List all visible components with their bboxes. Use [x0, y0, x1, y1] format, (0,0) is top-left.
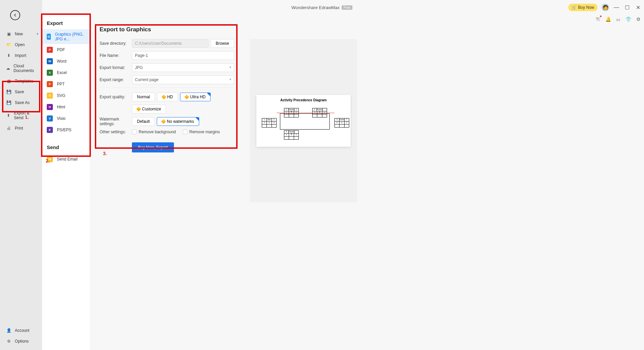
maximize-button[interactable]: ☐	[624, 4, 631, 11]
cart-icon: 🛒	[572, 5, 577, 10]
sidebar-item-new[interactable]: ▣ New +	[0, 29, 42, 39]
ppt-icon: P	[47, 81, 53, 87]
save-icon: 💾	[6, 89, 11, 95]
cloud-icon: ☁	[6, 66, 10, 71]
export-item-ps[interactable]: E PS/EPS	[42, 124, 90, 136]
shirt-icon[interactable]: 👕	[625, 16, 631, 22]
sidebar-item-save-as[interactable]: 💾 Save As	[0, 97, 42, 108]
buy-now-button[interactable]: 🛒 Buy Now	[568, 4, 598, 11]
minimize-button[interactable]: —	[613, 4, 620, 11]
titlebar: Wondershare EdrawMax Free 🛒 Buy Now 🧑 — …	[0, 0, 644, 15]
save-as-icon: 💾	[6, 100, 11, 105]
quality-custom[interactable]: Customize	[132, 105, 166, 113]
label-other: Other settings:	[100, 130, 132, 134]
export-item-visio[interactable]: V Visio	[42, 113, 90, 124]
user-icon: 👤	[6, 328, 11, 333]
sidebar-item-export-send[interactable]: ⬆ Export & Send	[0, 108, 42, 123]
range-select[interactable]: Current page	[132, 75, 234, 84]
apps-icon[interactable]: ⚏	[615, 16, 621, 22]
export-title: Export	[42, 18, 90, 29]
app-title: Wondershare EdrawMax	[291, 5, 339, 10]
quality-ultra[interactable]: Ultra HD	[180, 93, 211, 101]
close-button[interactable]: ✕	[635, 4, 641, 11]
sidebar-item-open[interactable]: 📁 Open	[0, 39, 42, 50]
arrow-left-icon	[12, 12, 18, 18]
sidebar-item-account[interactable]: 👤 Account	[0, 325, 42, 336]
sidebar-item-templates[interactable]: ▦ Templates	[0, 76, 42, 86]
sidebar-item-cloud[interactable]: ☁ Cloud Documents	[0, 61, 42, 76]
quality-normal[interactable]: Normal	[132, 93, 155, 101]
label-save-dir: Save directory:	[100, 41, 132, 46]
diamond-icon	[184, 95, 189, 99]
export-item-pdf[interactable]: P PDF	[42, 44, 90, 56]
cb-remove-margins[interactable]: Remove margins	[183, 130, 220, 134]
plus-icon: +	[36, 32, 39, 36]
export-item-html[interactable]: H Html	[42, 101, 90, 113]
diamond-icon	[161, 119, 166, 124]
html-icon: H	[47, 104, 53, 110]
watermark-default[interactable]: Default	[132, 117, 155, 126]
diamond-icon	[162, 95, 166, 99]
sidebar-item-save[interactable]: 💾 Save	[0, 86, 42, 97]
bell-icon[interactable]: 🔔	[605, 16, 611, 22]
sidebar-item-options[interactable]: ⚙ Options	[0, 336, 42, 347]
export-item-ppt[interactable]: P PPT	[42, 78, 90, 90]
label-format: Export format:	[100, 65, 132, 70]
print-icon: 🖨	[6, 126, 11, 131]
ps-icon: E	[47, 127, 53, 133]
graphics-icon: G	[47, 34, 51, 40]
export-item-word[interactable]: W Word	[42, 56, 90, 67]
import-icon: ⬇	[6, 53, 11, 58]
label-quality: Export quality:	[100, 95, 132, 99]
visio-icon: V	[47, 115, 53, 121]
excel-icon: X	[47, 70, 53, 76]
label-watermark: Watermark settings:	[100, 117, 132, 126]
send-title: Send	[42, 142, 90, 153]
template-icon: ▦	[6, 78, 11, 84]
avatar[interactable]: 🧑	[602, 4, 609, 11]
gear-icon: ⚙	[6, 339, 11, 344]
preview-thumbnail: Activity Precedence Diagram 1Start1000 2…	[256, 95, 351, 147]
format-select[interactable]: JPG	[132, 63, 234, 72]
svg-icon: S	[47, 93, 53, 99]
cb-remove-bg[interactable]: Remove background	[132, 130, 176, 134]
gear-icon[interactable]: ⚙	[635, 16, 641, 22]
browse-button[interactable]: Browse	[211, 39, 234, 48]
label-file-name: File Name:	[100, 53, 132, 58]
diagram-title: Activity Precedence Diagram	[260, 98, 347, 102]
secondary-toolbar: ?⃝ 🔔 ⚏ 👕 ⚙	[595, 16, 641, 22]
help-icon[interactable]: ?⃝	[595, 16, 601, 22]
export-item-excel[interactable]: X Excel	[42, 67, 90, 78]
label-range: Export range:	[100, 77, 132, 82]
annotation-3: 3.	[103, 151, 107, 156]
annotation-1: 1.	[25, 114, 29, 120]
settings-title: Export to Graphics	[100, 26, 234, 33]
export-item-svg[interactable]: S SVG	[42, 90, 90, 101]
sidebar-item-import[interactable]: ⬇ Import	[0, 50, 42, 61]
export-panel: Export G Graphics (PNG, JPG e... P PDF W…	[42, 13, 90, 350]
diamond-icon	[136, 107, 141, 111]
save-dir-input: C:/Users/User/Documents	[132, 39, 209, 48]
watermark-none[interactable]: No watermarks	[157, 117, 199, 126]
annotation-2: 2.	[46, 158, 50, 164]
free-badge: Free	[342, 5, 353, 10]
export-icon: ⬆	[6, 113, 11, 118]
file-name-input[interactable]: Page-1	[132, 51, 234, 60]
plus-box-icon: ▣	[6, 31, 11, 37]
export-button[interactable]: Buy Now, Export	[132, 142, 174, 152]
divider	[100, 88, 234, 88]
sidebar-item-print[interactable]: 🖨 Print	[0, 123, 42, 134]
export-item-graphics[interactable]: G Graphics (PNG, JPG e...	[42, 29, 90, 44]
word-icon: W	[47, 58, 53, 64]
left-sidebar: ▣ New + 📁 Open ⬇ Import ☁ Cloud Document…	[0, 0, 42, 350]
export-settings: Export to Graphics Save directory: C:/Us…	[100, 26, 234, 152]
preview-pane: Activity Precedence Diagram 1Start1000 2…	[250, 39, 357, 202]
folder-icon: 📁	[6, 42, 11, 47]
quality-hd[interactable]: HD	[157, 93, 178, 101]
pdf-icon: P	[47, 47, 53, 53]
back-button[interactable]	[10, 10, 20, 20]
